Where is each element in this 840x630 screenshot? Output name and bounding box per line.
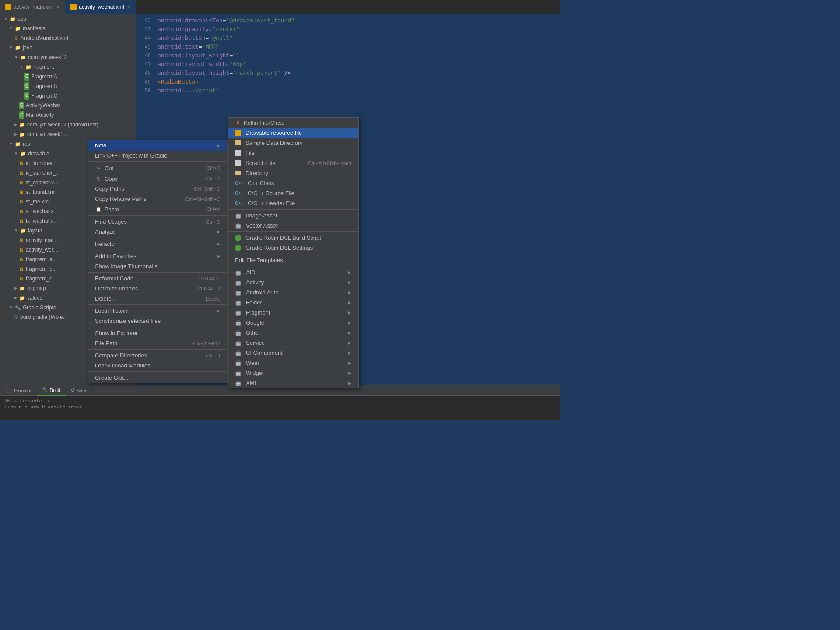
ctx-item-create-gist[interactable]: Create Gist... [88, 373, 227, 383]
ctx-item-gradle-build[interactable]: Gradle Kotlin DSL Build Script [228, 233, 358, 243]
ctx-item-image-asset[interactable]: 🤖 Image Asset [228, 210, 358, 220]
drawable-icon [235, 130, 241, 136]
submenu-arrow-refactor: ▶ [217, 242, 220, 246]
tab-close-wechat[interactable]: ✕ [127, 5, 130, 10]
tab-build[interactable]: 🔨 Build [37, 385, 66, 396]
ctx-label-image-asset: Image Asset [246, 212, 277, 219]
ctx-item-kotlin-file[interactable]: K Kotlin File/Class [228, 118, 358, 128]
ctx-item-widget[interactable]: 🤖 Widget ▶ [228, 368, 358, 378]
ctx-label-optimize-imports: Optimize Imports [95, 285, 138, 292]
tree-label-layout: layout [28, 227, 42, 234]
bottom-content: 26 actionable ta Create a new Drawable r… [0, 396, 560, 412]
context-menu-new[interactable]: K Kotlin File/Class Drawable resource fi… [228, 117, 359, 388]
tree-item-fragmentA[interactable]: C FragmentA [0, 72, 136, 81]
tab-terminal[interactable]: ⬛ Terminal [0, 385, 37, 396]
tab-activity-wechat[interactable]: activity_wechat.xml ✕ [65, 0, 136, 14]
ctx-item-cut[interactable]: ✂ Cut Ctrl+X [88, 163, 227, 173]
ctx-item-drawable-resource[interactable]: Drawable resource file [228, 128, 358, 138]
ctx-item-folder[interactable]: 🤖 Folder ▶ [228, 298, 358, 308]
tree-item-fragment-folder[interactable]: ▼ 📁 fragment [0, 62, 136, 72]
ctx-label-show-thumbnails: Show Image Thumbnails [95, 263, 158, 270]
tree-item-fragmentB[interactable]: C FragmentB [0, 81, 136, 91]
ctx-item-new[interactable]: New ▶ [88, 140, 227, 150]
ctx-item-optimize-imports[interactable]: Optimize Imports Ctrl+Alt+O [88, 284, 227, 294]
expand-icon: ▼ [14, 53, 18, 61]
gradle-build-icon [235, 235, 241, 241]
ctx-item-activity[interactable]: 🤖 Activity ▶ [228, 277, 358, 287]
ctx-item-directory[interactable]: Directory [228, 168, 358, 178]
ctx-item-aidl[interactable]: 🤖 AIDL ▶ [228, 267, 358, 277]
tree-item-androidtest[interactable]: ▶ 📁 com.lym.week12 (androidTest) [0, 120, 136, 130]
build-icon: 🔨 [42, 387, 48, 393]
ctx-item-file-path[interactable]: File Path Ctrl+Alt+F12 [88, 338, 227, 348]
ctx-item-ui-component[interactable]: 🤖 UI Component ▶ [228, 348, 358, 358]
code-line-47: android:layout_width="0dp" [158, 60, 556, 69]
ctx-item-edit-templates[interactable]: Edit File Templates... [228, 255, 358, 265]
ctx-item-android-auto[interactable]: 🤖 Android Auto ▶ [228, 287, 358, 298]
ctx-item-delete[interactable]: Delete... Delete [88, 294, 227, 304]
ctx-item-local-history[interactable]: Local History ▶ [88, 306, 227, 316]
ctx-item-fragment[interactable]: 🤖 Fragment ▶ [228, 308, 358, 318]
ctx-item-add-favorites[interactable]: Add to Favorites ▶ [88, 251, 227, 261]
tree-item-package[interactable]: ▼ 📁 com.lym.week12 [0, 52, 136, 62]
ctx-label-gradle-build: Gradle Kotlin DSL Build Script [245, 234, 321, 241]
ctx-label-create-gist: Create Gist... [95, 374, 129, 381]
folder-icon-app: 📁 [10, 15, 16, 23]
ctx-item-service[interactable]: 🤖 Service ▶ [228, 338, 358, 348]
ctx-item-gradle-settings[interactable]: Gradle Kotlin DSL Settings [228, 243, 358, 253]
ctx-item-sync[interactable]: Synchronize selected files [88, 316, 227, 326]
code-line-43: android:gravity="center" [158, 25, 556, 34]
tree-item-manifests[interactable]: ▼ 📁 manifests [0, 24, 136, 33]
tree-label-activity-mai: activity_mai... [26, 236, 58, 244]
xml-tab-icon [5, 4, 11, 10]
ctx-item-cpp-header[interactable]: C++ C/C++ Header File [228, 198, 358, 208]
ctx-item-reformat[interactable]: Reformat Code Ctrl+Alt+L [88, 273, 227, 284]
ctx-item-show-explorer[interactable]: Show in Explorer [88, 328, 227, 338]
ctx-item-vector-asset[interactable]: 🤖 Vector Asset [228, 220, 358, 231]
ctx-item-sample-data[interactable]: Sample Data Directory [228, 138, 358, 148]
ctx-item-other[interactable]: 🤖 Other ▶ [228, 328, 358, 338]
folder-icon-drawable: 📁 [20, 150, 26, 158]
ctx-label-widget: Widget [246, 370, 263, 376]
ctx-item-copy[interactable]: ⎘ Copy Ctrl+C [88, 173, 227, 184]
xml-icon-ic: 🗎 [19, 159, 24, 167]
tree-item-app[interactable]: ▼ 📁 app [0, 14, 136, 24]
tree-item-androidmanifest[interactable]: 🗎 AndroidManifest.xml [0, 33, 136, 43]
ctx-item-compare-dirs[interactable]: Compare Directories Ctrl+D [88, 350, 227, 360]
tab-activity-main[interactable]: activity_main.xml ✕ [0, 0, 65, 14]
copy-icon: ⎘ [95, 175, 102, 182]
tree-item-fragmentC[interactable]: C FragmentC [0, 91, 136, 101]
ctx-item-scratch-file[interactable]: Scratch File Ctrl+Alt+Shift+Insert [228, 158, 358, 168]
tree-item-activitywechat[interactable]: C ActivityWechat [0, 101, 136, 110]
tree-item-mainactivity[interactable]: C MainActivity [0, 110, 136, 120]
separator-new-1 [228, 209, 358, 210]
submenu-arrow-service: ▶ [348, 340, 351, 345]
ctx-item-analyze[interactable]: Analyze ▶ [88, 227, 227, 237]
tree-item-java[interactable]: ▼ 📁 java [0, 43, 136, 52]
xml-icon-manifest: 🗎 [14, 34, 19, 42]
tree-item-week1[interactable]: ▶ 📁 com.lym.week1... [0, 130, 136, 139]
ctx-item-show-thumbnails[interactable]: Show Image Thumbnails [88, 261, 227, 271]
context-menu-main[interactable]: New ▶ Link C++ Project with Gradle ✂ Cut… [88, 140, 228, 383]
ctx-item-link-cpp[interactable]: Link C++ Project with Gradle [88, 150, 227, 161]
ctx-label-cpp-class: C++ Class [248, 180, 274, 186]
ctx-item-copy-relative[interactable]: Copy Relative Paths Ctrl+Alt+Shift+C [88, 194, 227, 204]
ctx-item-file[interactable]: File [228, 148, 358, 158]
line-numbers: 42 43 44 45 46 47 48 49 50 [136, 14, 153, 95]
android-icon-wear: 🤖 [235, 360, 242, 366]
folder-icon-mipmap: 📁 [19, 284, 25, 292]
ctx-item-google[interactable]: 🤖 Google ▶ [228, 318, 358, 328]
ctx-label-reformat: Reformat Code [95, 275, 133, 282]
ctx-item-find-usages[interactable]: Find Usages Ctrl+G [88, 217, 227, 227]
shortcut-copy-relative: Ctrl+Alt+Shift+C [186, 196, 220, 202]
tab-close-main[interactable]: ✕ [56, 5, 60, 10]
ctx-item-load-modules[interactable]: Load/Unload Modules... [88, 360, 227, 371]
ctx-item-cpp-class[interactable]: C++ C++ Class [228, 178, 358, 188]
ctx-item-wear[interactable]: 🤖 Wear ▶ [228, 358, 358, 368]
ctx-item-cpp-source[interactable]: C++ C/C++ Source File [228, 188, 358, 198]
ctx-item-refactor[interactable]: Refactor ▶ [88, 239, 227, 249]
ctx-item-paste[interactable]: 📋 Paste Ctrl+V [88, 204, 227, 214]
ctx-item-copy-paths[interactable]: Copy Paths Ctrl+Shift+C [88, 184, 227, 194]
tab-sync[interactable]: ↺ Sync [66, 385, 92, 396]
ctx-item-xml[interactable]: 🤖 XML ▶ [228, 378, 358, 388]
